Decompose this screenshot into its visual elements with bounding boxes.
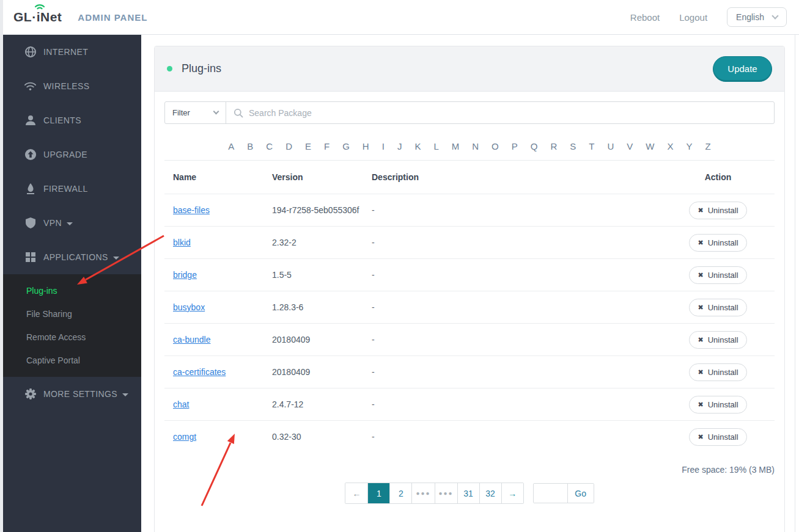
- pagination-page-31[interactable]: 31: [457, 483, 479, 503]
- alphabet-letter-E[interactable]: E: [305, 141, 311, 151]
- alphabet-letter-Q[interactable]: Q: [531, 141, 538, 151]
- package-link[interactable]: base-files: [173, 205, 210, 215]
- sidebar-item-label: WIRELESS: [43, 81, 90, 91]
- package-link[interactable]: bridge: [173, 270, 197, 280]
- alphabet-letter-U[interactable]: U: [607, 141, 614, 151]
- uninstall-button[interactable]: ✖Uninstall: [689, 266, 746, 284]
- table-row: base-files194-r7258-5eb055306f-✖Uninstal…: [164, 194, 775, 226]
- go-button[interactable]: Go: [567, 484, 594, 503]
- package-version: 194-r7258-5eb055306f: [272, 205, 372, 215]
- language-select[interactable]: English: [727, 7, 787, 27]
- alphabet-letter-M[interactable]: M: [452, 141, 460, 151]
- alphabet-letter-S[interactable]: S: [570, 141, 576, 151]
- uninstall-button[interactable]: ✖Uninstall: [689, 234, 746, 252]
- alphabet-letter-H[interactable]: H: [363, 141, 369, 151]
- cell-name: comgt: [173, 432, 272, 442]
- update-button[interactable]: Update: [713, 56, 772, 82]
- submenu-item-plug-ins[interactable]: Plug-ins: [3, 279, 141, 302]
- sidebar-item-label: MORE SETTINGS: [43, 389, 117, 399]
- sidebar-item-upgrade[interactable]: UPGRADE: [3, 137, 141, 172]
- package-link[interactable]: comgt: [173, 432, 196, 442]
- search-icon: [234, 108, 243, 118]
- alphabet-letter-R[interactable]: R: [550, 141, 557, 151]
- alphabet-letter-O[interactable]: O: [492, 141, 499, 151]
- uninstall-label: Uninstall: [708, 335, 738, 344]
- pager-group: ←12●●●●●●3132→: [345, 483, 523, 504]
- package-link[interactable]: ca-bundle: [173, 335, 211, 344]
- alphabet-letter-L[interactable]: L: [433, 141, 438, 151]
- alphabet-letter-Z[interactable]: Z: [705, 141, 711, 151]
- main-content: Plug-ins Update Filter ABCDEFGHIJKLMNOPQ…: [141, 35, 799, 532]
- card-header: Plug-ins Update: [155, 46, 784, 92]
- status-dot: [167, 66, 172, 71]
- sidebar: INTERNET WIRELESS CLIENTS UPGRADE FIREWA…: [3, 35, 141, 532]
- flame-icon: [24, 183, 37, 195]
- column-header-action: Action: [661, 172, 775, 182]
- sidebar-item-applications[interactable]: APPLICATIONS: [3, 240, 141, 274]
- alphabet-letter-F[interactable]: F: [324, 141, 330, 151]
- search-input[interactable]: [249, 108, 767, 118]
- pagination-page-2[interactable]: 2: [389, 483, 411, 503]
- package-version: 1.28.3-6: [272, 302, 372, 312]
- sidebar-item-wireless[interactable]: WIRELESS: [3, 69, 141, 103]
- logout-link[interactable]: Logout: [679, 12, 707, 23]
- package-link[interactable]: chat: [173, 399, 189, 409]
- reboot-link[interactable]: Reboot: [630, 12, 660, 23]
- pagination-prev-button[interactable]: ←: [345, 483, 367, 503]
- sidebar-item-internet[interactable]: INTERNET: [3, 35, 141, 69]
- caret-down-icon: [113, 257, 119, 260]
- alphabet-letter-P[interactable]: P: [512, 141, 518, 151]
- cell-name: base-files: [173, 205, 272, 215]
- pagination-next-button[interactable]: →: [501, 483, 523, 503]
- scrollbar-track[interactable]: [795, 35, 795, 532]
- filter-dropdown[interactable]: Filter: [165, 102, 226, 123]
- submenu-item-captive-portal[interactable]: Captive Portal: [3, 349, 141, 372]
- uninstall-button[interactable]: ✖Uninstall: [689, 428, 746, 446]
- alphabet-letter-G[interactable]: G: [342, 141, 350, 151]
- alphabet-letter-B[interactable]: B: [247, 141, 253, 151]
- uninstall-button[interactable]: ✖Uninstall: [689, 363, 746, 381]
- pagination-page-32[interactable]: 32: [479, 483, 501, 503]
- sidebar-item-firewall[interactable]: FIREWALL: [3, 172, 141, 206]
- alphabet-letter-C[interactable]: C: [266, 141, 273, 151]
- alphabet-letter-A[interactable]: A: [228, 141, 234, 151]
- sidebar-item-more-settings[interactable]: MORE SETTINGS: [3, 377, 141, 411]
- sidebar-item-clients[interactable]: CLIENTS: [3, 103, 141, 137]
- logo-text-suffix: Net: [40, 10, 62, 24]
- uninstall-label: Uninstall: [708, 368, 738, 377]
- cell-name: bridge: [173, 270, 272, 280]
- table-header-row: Name Version Description Action: [164, 161, 775, 194]
- package-link[interactable]: busybox: [173, 302, 205, 312]
- uninstall-button[interactable]: ✖Uninstall: [689, 396, 746, 414]
- caret-down-icon: [122, 393, 128, 396]
- x-icon: ✖: [698, 206, 703, 214]
- page-jump-group: Go: [533, 483, 594, 503]
- package-description: -: [372, 432, 661, 442]
- alphabet-letter-N[interactable]: N: [472, 141, 479, 151]
- package-link[interactable]: ca-certificates: [173, 367, 226, 377]
- cell-name: ca-bundle: [173, 335, 272, 344]
- uninstall-button[interactable]: ✖Uninstall: [689, 202, 746, 219]
- uninstall-button[interactable]: ✖Uninstall: [689, 299, 746, 316]
- alphabet-letter-Y[interactable]: Y: [687, 141, 693, 151]
- uninstall-button[interactable]: ✖Uninstall: [689, 331, 746, 349]
- package-link[interactable]: blkid: [173, 238, 191, 247]
- x-icon: ✖: [698, 304, 703, 312]
- alphabet-letter-T[interactable]: T: [589, 141, 594, 151]
- alphabet-letter-I[interactable]: I: [382, 141, 385, 151]
- sidebar-item-vpn[interactable]: VPN: [3, 206, 141, 240]
- package-description: -: [372, 367, 661, 377]
- alphabet-letter-X[interactable]: X: [668, 141, 674, 151]
- pagination: ←12●●●●●●3132→ Go: [155, 483, 784, 504]
- alphabet-letter-V[interactable]: V: [627, 141, 633, 151]
- pagination-page-1[interactable]: 1: [367, 483, 389, 503]
- page-number-input[interactable]: [534, 484, 567, 503]
- submenu-item-file-sharing[interactable]: File Sharing: [3, 302, 141, 326]
- alphabet-letter-K[interactable]: K: [414, 141, 421, 151]
- package-version: 2.32-2: [272, 238, 372, 247]
- package-version: 0.32-30: [272, 432, 372, 442]
- submenu-item-remote-access[interactable]: Remote Access: [3, 326, 141, 349]
- alphabet-letter-J[interactable]: J: [397, 141, 402, 151]
- alphabet-letter-D[interactable]: D: [285, 141, 292, 151]
- alphabet-letter-W[interactable]: W: [646, 141, 654, 151]
